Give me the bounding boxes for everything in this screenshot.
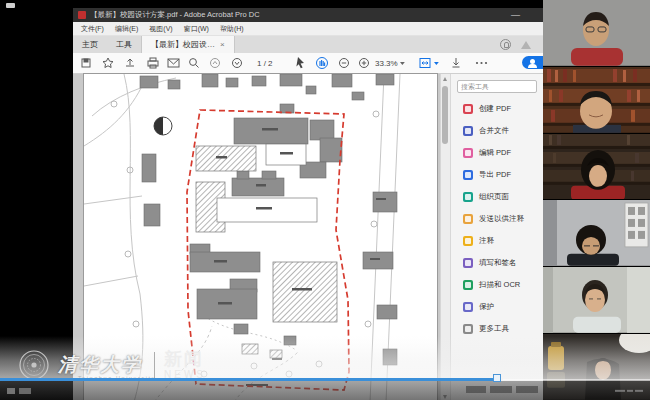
tool-item-label: 编辑 PDF [479, 148, 511, 158]
tsinghua-seal-icon [18, 349, 50, 381]
tool-item-comment[interactable]: 注释 [463, 234, 543, 247]
zoom-level-value[interactable]: 33.3% [375, 59, 398, 68]
participant-video-3[interactable] [543, 134, 650, 200]
close-tab-icon[interactable]: × [220, 40, 225, 49]
tool-item-label: 组织页面 [479, 192, 509, 202]
acrobat-app-icon [78, 11, 86, 19]
scan-ocr-icon [463, 280, 473, 290]
tool-item-more-tools[interactable]: 更多工具 [463, 322, 543, 335]
print-icon[interactable] [148, 58, 158, 68]
tool-item-label: 发送以供注释 [479, 214, 524, 224]
video-progress-played[interactable] [0, 378, 494, 381]
tool-item-edit-pdf[interactable]: 编辑 PDF [463, 146, 543, 159]
watermark-news-zh: 新闻 [164, 350, 206, 368]
person-icon [530, 59, 535, 64]
tab-document[interactable]: 【最新】校园设… × [141, 36, 235, 53]
tool-item-label: 更多工具 [479, 324, 509, 334]
tool-item-label: 导出 PDF [479, 170, 511, 180]
participant-3-video [543, 134, 650, 200]
create-pdf-icon [463, 104, 473, 114]
participant-video-1[interactable] [543, 0, 650, 66]
protect-icon [463, 302, 473, 312]
zoom-in-icon[interactable] [360, 59, 369, 68]
participant-video-5[interactable] [543, 267, 650, 333]
minimize-button[interactable]: — [511, 12, 520, 18]
share-upload-icon[interactable] [126, 59, 134, 66]
alert-triangle-icon[interactable] [521, 41, 531, 49]
search-icon[interactable] [190, 59, 199, 68]
scroll-up-icon[interactable] [443, 77, 447, 81]
tab-bar: 主页 工具 【最新】校园设… × [73, 36, 543, 53]
more-tools-icon[interactable] [476, 62, 487, 64]
fit-width-icon[interactable] [420, 59, 430, 68]
bottom-left-smudge [7, 388, 31, 394]
tool-item-label: 扫描和 OCR [479, 280, 520, 290]
scrollbar-thumb[interactable] [442, 86, 448, 144]
zoom-out-icon[interactable] [340, 59, 349, 68]
video-progress-handle[interactable] [493, 374, 501, 382]
participant-1-video [543, 0, 650, 66]
fill-sign-icon [463, 258, 473, 268]
tool-item-label: 填写和签名 [479, 258, 517, 268]
previous-page-icon[interactable] [211, 59, 220, 68]
participant-video-2[interactable] [543, 67, 650, 133]
tool-item-label: 注释 [479, 236, 494, 246]
tool-item-export-pdf[interactable]: 导出 PDF [463, 168, 543, 181]
cursor-artifact [6, 3, 15, 8]
document-tab-label: 【最新】校园设… [151, 39, 215, 50]
save-icon[interactable] [82, 59, 90, 67]
participant-video-4[interactable] [543, 200, 650, 266]
tool-item-combine-files[interactable]: 合并文件 [463, 124, 543, 137]
tool-item-protect[interactable]: 保护 [463, 300, 543, 313]
window-title: 【最新】校园设计方案.pdf - Adobe Acrobat Pro DC [90, 10, 507, 20]
video-frame: 【最新】校园设计方案.pdf - Adobe Acrobat Pro DC — … [0, 0, 650, 400]
more-tools-icon [463, 324, 473, 334]
tools-search-input[interactable] [457, 80, 537, 93]
comment-icon [463, 236, 473, 246]
select-tool-icon[interactable] [296, 57, 304, 68]
next-page-icon[interactable] [233, 59, 242, 68]
tools-list: 创建 PDF合并文件编辑 PDF导出 PDF组织页面发送以供注释注释填写和签名扫… [451, 102, 543, 335]
menu-item-4[interactable]: 帮助(H) [220, 24, 244, 34]
mail-icon[interactable] [168, 59, 179, 67]
tool-item-scan-ocr[interactable]: 扫描和 OCR [463, 278, 543, 291]
toolbar: 1 / 2 33.3% [73, 53, 543, 74]
tool-item-create-pdf[interactable]: 创建 PDF [463, 102, 543, 115]
scroll-mode-icon[interactable] [453, 58, 460, 67]
tool-item-label: 创建 PDF [479, 104, 511, 114]
notification-bell-icon[interactable] [500, 39, 511, 50]
zoom-dropdown-caret[interactable] [400, 62, 405, 65]
send-for-comments-icon [463, 214, 473, 224]
menu-item-0[interactable]: 文件(F) [81, 24, 104, 34]
tool-item-label: 合并文件 [479, 126, 509, 136]
share-document-button[interactable] [522, 56, 543, 69]
star-icon[interactable] [103, 58, 113, 68]
tab-tools[interactable]: 工具 [107, 36, 141, 53]
edit-pdf-icon [463, 148, 473, 158]
video-progress-remaining[interactable] [503, 379, 650, 381]
export-pdf-icon [463, 170, 473, 180]
menu-bar: 文件(F)编辑(E)视图(V)窗口(W)帮助(H) [73, 22, 543, 36]
tool-item-organize-pages[interactable]: 组织页面 [463, 190, 543, 203]
watermark-divider [154, 352, 155, 378]
tool-item-label: 保护 [479, 302, 494, 312]
participant-5-video [543, 267, 650, 333]
fit-dropdown-caret[interactable] [434, 62, 439, 65]
tool-item-send-for-comments[interactable]: 发送以供注释 [463, 212, 543, 225]
tab-home[interactable]: 主页 [73, 36, 107, 53]
menu-item-2[interactable]: 视图(V) [149, 24, 172, 34]
hand-tool-icon[interactable] [317, 58, 328, 69]
participant-4-video [543, 200, 650, 266]
menu-item-3[interactable]: 窗口(W) [184, 24, 209, 34]
organize-pages-icon [463, 192, 473, 202]
menu-item-1[interactable]: 编辑(E) [115, 24, 138, 34]
combine-files-icon [463, 126, 473, 136]
participant-2-video [543, 67, 650, 133]
tool-item-fill-sign[interactable]: 填写和签名 [463, 256, 543, 269]
bottom-right-caption-smudge [466, 386, 538, 393]
page-indicator[interactable]: 1 / 2 [257, 59, 273, 68]
window-titlebar: 【最新】校园设计方案.pdf - Adobe Acrobat Pro DC — [73, 8, 543, 22]
